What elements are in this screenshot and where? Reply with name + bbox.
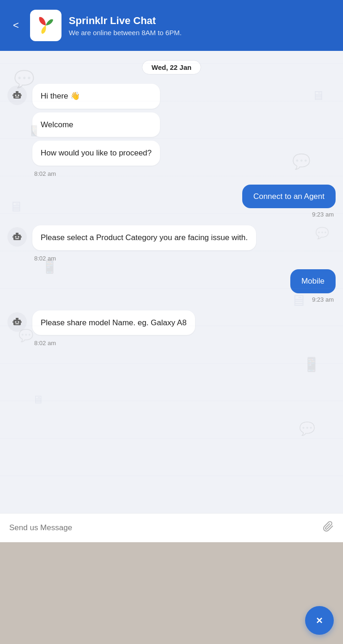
svg-point-10 [18,236,19,238]
bot-bubble-2a: Please select a Product Category you are… [32,225,256,250]
user-bubble-2: Mobile [290,269,336,293]
bot-avatar-2 [7,227,27,247]
svg-rect-12 [12,236,13,238]
svg-rect-18 [15,323,19,324]
chat-container: < Sprinklr Live Chat We are online betwe… [0,0,343,644]
close-icon: × [316,614,323,627]
bot-time-1: 8:02 am [32,170,160,177]
bot-bubble-1b: Welcome [32,112,160,137]
header-title: Sprinklr Live Chat [69,15,182,27]
header-subtitle: We are online between 8AM to 6PM. [69,29,182,37]
user-message-group-1: Connect to an Agent 9:23 am [7,185,336,218]
svg-point-9 [15,236,17,238]
date-badge-text: Wed, 22 Jan [142,60,201,74]
bot-bubble-3a: Please share model Name. eg. Galaxy A8 [32,310,195,335]
bot-avatar-3 [7,312,27,332]
svg-rect-13 [21,236,22,238]
user-bubble-1: Connect to an Agent [242,185,336,209]
input-area [0,513,343,542]
bot-time-3: 8:02 am [32,340,195,347]
bottom-area: × [0,542,343,644]
bot-messages-2: Please select a Product Category you are… [32,225,256,262]
message-input[interactable] [9,523,317,533]
bot-messages-3: Please share model Name. eg. Galaxy A8 8… [32,310,195,347]
close-button[interactable]: × [305,606,334,635]
date-badge: Wed, 22 Jan [7,60,336,74]
header-text: Sprinklr Live Chat We are online between… [69,15,182,37]
svg-point-17 [18,321,19,322]
svg-rect-0 [13,93,21,99]
bot-messages-1: Hi there 👋 Welcome How would you like to… [32,84,160,177]
svg-rect-19 [12,321,13,323]
svg-rect-15 [16,318,18,320]
bot-message-group-3: Please share model Name. eg. Galaxy A8 8… [7,310,336,347]
user-time-1: 9:23 am [312,211,336,218]
header: < Sprinklr Live Chat We are online betwe… [0,0,343,51]
brand-logo [30,10,61,41]
svg-point-3 [18,95,19,96]
bot-bubble-1a: Hi there 👋 [32,84,160,109]
logo-svg [34,13,58,37]
svg-point-16 [15,321,17,322]
svg-rect-8 [16,233,18,235]
attach-icon[interactable] [323,521,334,535]
svg-rect-7 [13,235,21,240]
svg-rect-14 [13,320,21,325]
svg-point-2 [15,95,17,96]
user-message-group-2: Mobile 9:23 am [7,269,336,303]
svg-rect-4 [15,97,19,98]
bot-message-group-2: Please select a Product Category you are… [7,225,336,262]
user-time-2: 9:23 am [312,296,336,303]
svg-rect-5 [12,94,13,96]
svg-rect-6 [21,94,22,96]
bot-message-group-1: Hi there 👋 Welcome How would you like to… [7,84,336,177]
bot-bubble-1c: How would you like to proceed? [32,141,160,166]
svg-rect-11 [15,238,19,239]
svg-rect-20 [21,321,22,323]
svg-rect-1 [16,91,18,93]
back-button[interactable]: < [9,18,23,33]
bot-avatar-1 [7,86,27,105]
chat-area: 💬 🖥 📱 💬 🖥 💬 📱 🖥 💬 📱 🖥 💬 Wed, 22 Jan [0,51,343,513]
bot-time-2: 8:02 am [32,255,256,262]
